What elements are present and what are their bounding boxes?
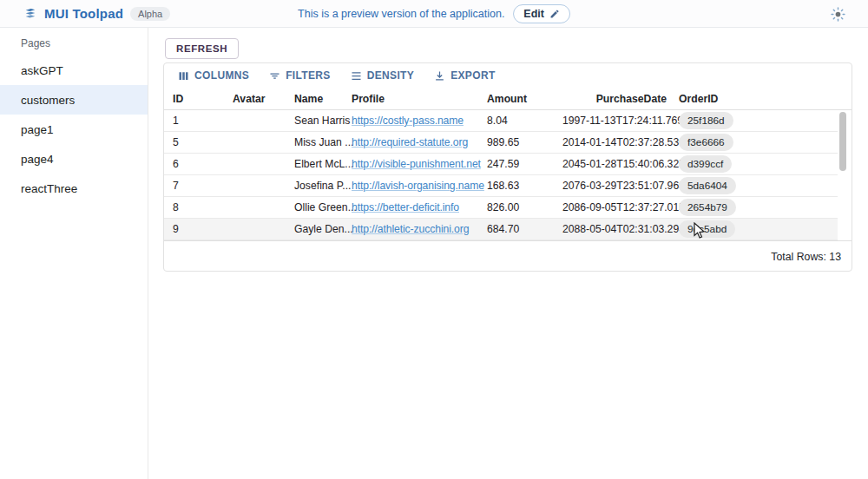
grid-toolbar: COLUMNS FILTERS DENSITY EXPORT <box>164 63 852 88</box>
sidebar-item-label: askGPT <box>21 64 63 77</box>
profile-link[interactable]: http://visible-punishment.net <box>352 158 481 170</box>
topbar: MUI Toolpad Alpha This is a preview vers… <box>0 0 868 28</box>
table-row[interactable]: 6 Elbert McL... http://visible-punishmen… <box>164 154 838 175</box>
profile-link[interactable]: https://better-deficit.info <box>352 201 459 213</box>
cell-id: 7 <box>164 180 224 192</box>
data-grid-card: COLUMNS FILTERS DENSITY EXPORT ID Avatar… <box>163 62 852 272</box>
cell-order-id: 25f186d <box>675 112 838 129</box>
cell-amount: 826.00 <box>478 201 554 213</box>
order-id-chip: f3e6666 <box>679 134 733 151</box>
column-header-avatar[interactable]: Avatar <box>224 93 286 105</box>
export-button-label: EXPORT <box>450 69 495 82</box>
alpha-badge: Alpha <box>130 7 170 21</box>
sidebar-item-page1[interactable]: page1 <box>0 115 148 144</box>
export-button[interactable]: EXPORT <box>429 67 499 85</box>
table-row[interactable]: 5 Miss Juan ... http://required-statute.… <box>164 132 838 154</box>
cell-name: Miss Juan ... <box>286 136 343 148</box>
order-id-chip: 25f186d <box>679 112 733 129</box>
cell-purchase-date: 2086-09-05T12:37:27.015Z <box>554 201 675 213</box>
table-row[interactable]: 8 Ollie Green... https://better-deficit.… <box>164 197 838 219</box>
column-header-orderid[interactable]: OrderID <box>675 93 852 105</box>
cell-purchase-date: 2014-01-14T02:37:28.536Z <box>554 136 675 148</box>
grid-footer: Total Rows: 13 <box>164 240 852 272</box>
sidebar-item-customers[interactable]: customers <box>0 85 148 115</box>
cell-amount: 247.59 <box>478 158 554 170</box>
columns-icon <box>177 69 190 82</box>
density-icon <box>350 69 363 82</box>
sidebar-item-label: reactThree <box>21 182 77 195</box>
app-title: MUI Toolpad <box>44 6 123 21</box>
filters-button-label: FILTERS <box>286 69 331 82</box>
sidebar-item-label: page4 <box>21 153 54 166</box>
sidebar: Pages askGPT customers page1 page4 react… <box>0 28 148 479</box>
cell-purchase-date: 2045-01-28T15:40:06.325Z <box>554 158 675 170</box>
cell-name: Gayle Den... <box>286 223 343 235</box>
order-id-chip: d399ccf <box>679 155 732 173</box>
sidebar-item-page4[interactable]: page4 <box>0 144 148 174</box>
cell-order-id: 5da6404 <box>675 177 838 194</box>
cell-order-id: 9dc5abd <box>675 220 838 238</box>
cell-id: 9 <box>164 223 224 235</box>
profile-link[interactable]: http://lavish-organising.name <box>352 180 484 192</box>
cell-profile: https://better-deficit.info <box>343 201 478 213</box>
cell-purchase-date: 2076-03-29T23:51:07.968Z <box>554 180 675 192</box>
column-header-name[interactable]: Name <box>286 93 343 105</box>
sidebar-nav-list: askGPT customers page1 page4 reactThree <box>0 56 148 203</box>
grid-rows: 1 Sean Harris https://costly-pass.name 8… <box>164 110 838 240</box>
pages-section-label: Pages <box>0 28 148 49</box>
column-header-id[interactable]: ID <box>164 93 224 105</box>
filter-icon <box>268 69 281 82</box>
column-header-profile[interactable]: Profile <box>343 93 478 105</box>
brand: MUI Toolpad Alpha <box>23 6 170 21</box>
cell-order-id: 2654b79 <box>675 199 838 216</box>
sidebar-item-reactThree[interactable]: reactThree <box>0 174 148 203</box>
table-row[interactable]: 9 Gayle Den... http://athletic-zucchini.… <box>164 219 838 240</box>
columns-button-label: COLUMNS <box>194 69 249 82</box>
profile-link[interactable]: https://costly-pass.name <box>352 115 464 127</box>
cell-amount: 8.04 <box>478 115 554 127</box>
toolpad-logo-icon <box>23 7 37 21</box>
profile-link[interactable]: http://required-statute.org <box>352 136 468 148</box>
sun-icon <box>831 7 845 22</box>
table-row[interactable]: 1 Sean Harris https://costly-pass.name 8… <box>164 110 838 132</box>
table-row[interactable]: 7 Josefina P... http://lavish-organising… <box>164 175 838 197</box>
refresh-button[interactable]: REFRESH <box>165 38 239 59</box>
cell-order-id: d399ccf <box>675 155 838 173</box>
cell-profile: http://athletic-zucchini.org <box>343 223 478 235</box>
density-button-label: DENSITY <box>367 69 414 82</box>
vertical-scrollbar-thumb[interactable] <box>839 112 846 171</box>
theme-toggle-button[interactable] <box>831 7 845 22</box>
columns-button[interactable]: COLUMNS <box>173 67 253 85</box>
cell-id: 8 <box>164 201 224 213</box>
density-button[interactable]: DENSITY <box>345 67 418 85</box>
cell-name: Ollie Green... <box>286 201 343 213</box>
pencil-icon <box>549 9 560 19</box>
grid-header-row: ID Avatar Name Profile Amount PurchaseDa… <box>164 88 852 110</box>
cell-profile: http://lavish-organising.name <box>343 180 478 192</box>
cell-profile: http://visible-punishment.net <box>343 158 478 170</box>
cell-profile: https://costly-pass.name <box>343 115 478 127</box>
column-header-amount[interactable]: Amount <box>478 93 554 105</box>
cell-name: Josefina P... <box>286 180 343 192</box>
edit-button[interactable]: Edit <box>513 4 570 23</box>
filters-button[interactable]: FILTERS <box>264 67 335 85</box>
column-header-purchasedate[interactable]: PurchaseDate <box>554 93 675 105</box>
cell-purchase-date: 2088-05-04T02:31:03.294Z <box>554 223 675 235</box>
export-icon <box>433 69 446 82</box>
profile-link[interactable]: http://athletic-zucchini.org <box>352 223 469 235</box>
cell-amount: 684.70 <box>478 223 554 235</box>
order-id-chip: 5da6404 <box>679 177 736 194</box>
cell-name: Sean Harris <box>286 115 343 127</box>
order-id-chip: 9dc5abd <box>679 220 735 238</box>
cell-name: Elbert McL... <box>286 158 343 170</box>
sidebar-item-label: customers <box>21 94 75 107</box>
cell-amount: 168.63 <box>478 180 554 192</box>
cell-profile: http://required-statute.org <box>343 136 478 148</box>
cell-order-id: f3e6666 <box>675 134 838 151</box>
preview-banner-text: This is a preview version of the applica… <box>298 8 504 20</box>
sidebar-item-askGPT[interactable]: askGPT <box>0 56 148 85</box>
order-id-chip: 2654b79 <box>679 199 736 216</box>
sidebar-item-label: page1 <box>21 123 54 136</box>
cell-id: 5 <box>164 136 224 148</box>
total-rows-label: Total Rows: 13 <box>771 251 841 263</box>
